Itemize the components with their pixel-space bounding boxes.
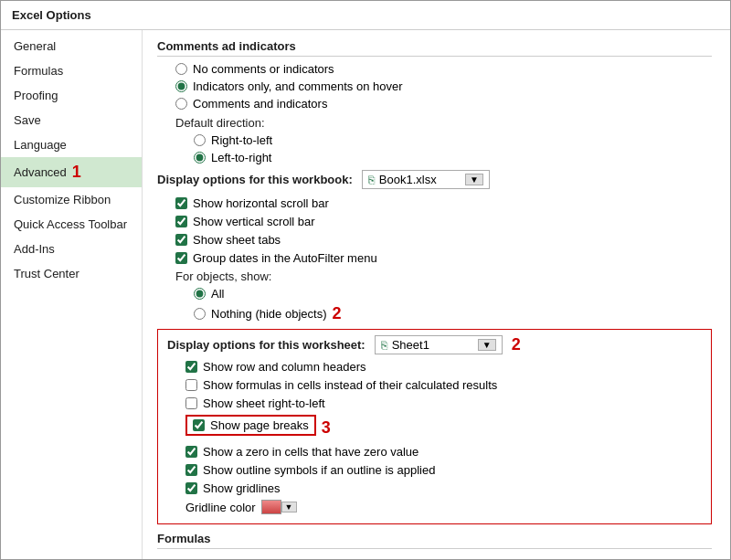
formulas-cells-label: Show formulas in cells instead of their … [203, 378, 497, 392]
sidebar-advanced-label: Advanced [14, 165, 67, 179]
workbook-dropdown-label: Display options for this workbook: [157, 173, 353, 186]
sheet-rtl-checkbox[interactable] [185, 397, 197, 409]
radio-nothing: Nothing (hide objects) 2 [194, 304, 712, 323]
annotation-badge-2: 2 [512, 335, 521, 354]
zero-value-label: Show a zero in cells that have zero valu… [203, 445, 418, 459]
horiz-scroll-checkbox[interactable] [175, 197, 187, 209]
sidebar: General Formulas Proofing Save Language … [1, 30, 143, 559]
all-objects-label: All [211, 287, 224, 301]
sidebar-item-formulas[interactable]: Formulas [1, 58, 142, 83]
for-objects-label: For objects, show: [175, 269, 712, 283]
comments-section: Comments ad indicators No comments or in… [157, 39, 712, 111]
annotation-badge-3: 3 [322, 418, 331, 438]
sidebar-item-trust-center[interactable]: Trust Center [1, 261, 142, 286]
radio-all: All [194, 287, 712, 301]
indicators-only-label: Indicators only, and comments on hover [193, 79, 403, 93]
page-breaks-label: Show page breaks [210, 418, 309, 432]
direction-group: Default direction: Right-to-left Left-to… [175, 116, 712, 164]
sidebar-item-quick-access-toolbar[interactable]: Quick Access Toolbar [1, 212, 142, 237]
excel-file-icon: ⎘ [368, 174, 375, 186]
worksheet-section-header: Display options for this worksheet: [167, 338, 366, 352]
nothing-label-text: Nothing (hide objects) [211, 307, 326, 321]
rtl-label: Right-to-left [211, 133, 272, 147]
worksheet-dropdown-row: Display options for this worksheet: ⎘ Sh… [167, 335, 702, 354]
row-col-checkbox[interactable] [185, 361, 197, 373]
direction-section: Default direction: Right-to-left Left-to… [157, 116, 712, 164]
checkbox-group-dates: Group dates in the AutoFilter menu [175, 251, 712, 265]
sidebar-item-add-ins[interactable]: Add-Ins [1, 237, 142, 261]
ltr-radio[interactable] [194, 152, 206, 164]
worksheet-name: Sheet1 [392, 338, 474, 352]
gridline-color-picker[interactable] [261, 500, 281, 514]
comments-radio-group: No comments or indicators Indicators onl… [175, 62, 712, 111]
workbook-dropdown-arrow[interactable]: ▼ [465, 174, 483, 185]
group-dates-label: Group dates in the AutoFilter menu [193, 251, 377, 265]
worksheet-dropdown-arrow[interactable]: ▼ [478, 339, 496, 351]
formulas-section-header: Formulas [157, 532, 712, 549]
sheet-tabs-checkbox[interactable] [175, 234, 187, 246]
dialog-body: General Formulas Proofing Save Language … [1, 30, 730, 559]
worksheet-icon: ⎘ [381, 339, 387, 352]
dialog-title: Excel Options [12, 8, 91, 22]
annotation-badge-2-objects: 2 [332, 304, 341, 323]
workbook-dropdown[interactable]: ⎘ Book1.xlsx ▼ [362, 170, 490, 189]
no-comments-radio[interactable] [175, 63, 187, 75]
all-objects-radio[interactable] [194, 288, 206, 300]
radio-rtl: Right-to-left [194, 133, 712, 147]
sidebar-item-save[interactable]: Save [1, 108, 142, 132]
page-breaks-row: Show page breaks 3 [167, 415, 702, 440]
checkbox-sheet-rtl: Show sheet right-to-left [185, 396, 702, 410]
title-bar: Excel Options [1, 1, 730, 30]
display-workbook-section: Display options for this workbook: ⎘ Boo… [157, 170, 712, 323]
checkbox-row-col-headers: Show row and column headers [185, 360, 702, 374]
gridline-color-arrow[interactable]: ▼ [281, 502, 297, 512]
vert-scroll-label: Show vertical scroll bar [193, 215, 315, 228]
page-breaks-highlight-box: Show page breaks [185, 415, 316, 436]
display-worksheet-section: Display options for this worksheet: ⎘ Sh… [157, 329, 712, 524]
vert-scroll-checkbox[interactable] [175, 216, 187, 227]
annotation-badge-1: 1 [72, 163, 81, 182]
checkbox-horiz-scroll: Show horizontal scroll bar [175, 196, 712, 210]
horiz-scroll-label: Show horizontal scroll bar [193, 196, 329, 210]
worksheet-dropdown[interactable]: ⎘ Sheet1 ▼ [375, 335, 503, 354]
checkbox-formulas-cells: Show formulas in cells instead of their … [185, 378, 702, 392]
sidebar-item-advanced[interactable]: Advanced 1 [1, 157, 142, 187]
checkbox-vert-scroll: Show vertical scroll bar [175, 215, 712, 228]
sidebar-item-proofing[interactable]: Proofing [1, 83, 142, 108]
gridlines-label: Show gridlines [203, 481, 281, 495]
sheet-rtl-label: Show sheet right-to-left [203, 396, 325, 410]
main-content: Comments ad indicators No comments or in… [143, 30, 730, 559]
workbook-name: Book1.xlsx [379, 173, 461, 186]
checkbox-zero-value: Show a zero in cells that have zero valu… [185, 445, 702, 459]
indicators-only-radio[interactable] [175, 80, 187, 92]
nothing-objects-label: Nothing (hide objects) [211, 307, 326, 321]
gridlines-checkbox[interactable] [185, 482, 197, 494]
sheet-tabs-label: Show sheet tabs [193, 233, 281, 247]
sidebar-item-language[interactable]: Language [1, 132, 142, 157]
checkbox-sheet-tabs: Show sheet tabs [175, 233, 712, 247]
excel-options-dialog: Excel Options General Formulas Proofing … [0, 0, 731, 560]
comments-indicators-radio[interactable] [175, 98, 187, 110]
comments-indicators-label: Comments and indicators [193, 97, 327, 111]
group-dates-checkbox[interactable] [175, 252, 187, 264]
rtl-radio[interactable] [194, 134, 206, 146]
formulas-cells-checkbox[interactable] [185, 379, 197, 391]
nothing-objects-radio[interactable] [194, 308, 206, 320]
radio-no-comments: No comments or indicators [175, 62, 712, 76]
ltr-label: Left-to-right [211, 151, 271, 164]
no-comments-label: No comments or indicators [193, 62, 334, 76]
outline-symbols-checkbox[interactable] [185, 464, 197, 476]
zero-value-checkbox[interactable] [185, 446, 197, 458]
sidebar-item-general[interactable]: General [1, 34, 142, 58]
gridline-color-label: Gridline color [185, 501, 256, 514]
radio-indicators-only: Indicators only, and comments on hover [175, 79, 712, 93]
outline-symbols-label: Show outline symbols if an outline is ap… [203, 463, 435, 477]
sidebar-item-customize-ribbon[interactable]: Customize Ribbon [1, 187, 142, 212]
radio-ltr: Left-to-right [194, 151, 712, 164]
gridline-color-row: Gridline color ▼ [185, 500, 702, 514]
comments-section-header: Comments ad indicators [157, 39, 712, 57]
page-breaks-checkbox[interactable] [193, 419, 205, 431]
workbook-dropdown-row: Display options for this workbook: ⎘ Boo… [157, 170, 712, 189]
checkbox-outline-symbols: Show outline symbols if an outline is ap… [185, 463, 702, 477]
direction-label: Default direction: [175, 116, 712, 130]
